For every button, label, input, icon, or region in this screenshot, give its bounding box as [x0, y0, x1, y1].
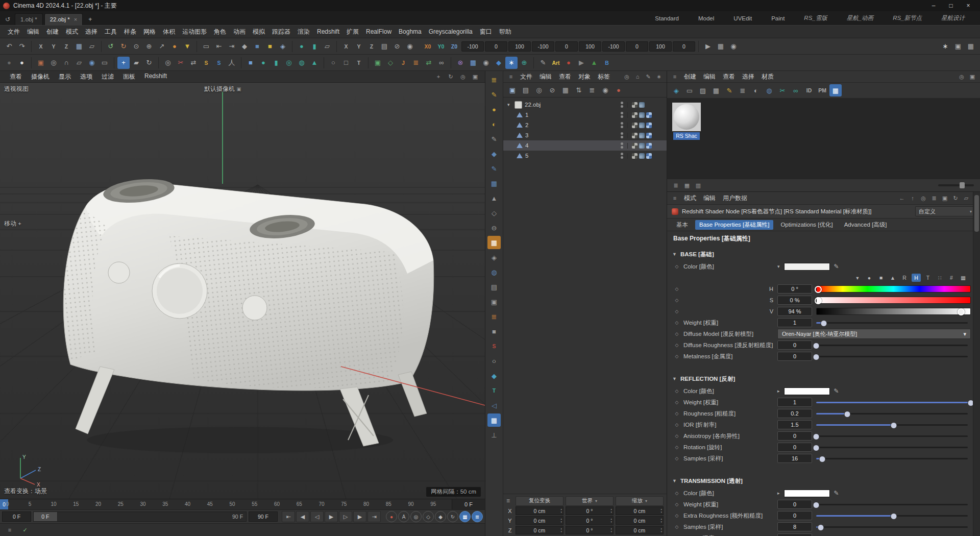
boghma-icon[interactable]: B	[601, 57, 613, 69]
attribute-tab-2[interactable]: Optimizations [优化]	[776, 220, 837, 230]
viewport-menu-2[interactable]: 显示	[54, 72, 76, 81]
slider-knob[interactable]	[813, 343, 820, 349]
panel-menu-icon[interactable]: ≡	[670, 74, 679, 80]
projection-icon[interactable]: ▱	[86, 40, 98, 53]
record-position-button[interactable]: ◇	[423, 511, 434, 522]
prev-frame-button[interactable]: ◁	[310, 511, 324, 522]
menubar-item-12[interactable]: 模拟	[249, 28, 268, 36]
spline-arc-blue-icon[interactable]: S	[213, 57, 225, 69]
gradient-knob[interactable]	[815, 286, 822, 293]
paint-brush-icon[interactable]: ✎	[487, 132, 501, 145]
rotate-ccw-icon[interactable]: ↺	[105, 40, 117, 53]
disc-primitive-icon[interactable]: ◍	[296, 57, 308, 69]
spinner-icon[interactable]: ▴▾	[610, 527, 612, 533]
mm-scissors-icon[interactable]: ✂	[776, 84, 789, 96]
goto-start-button[interactable]: ⇤	[282, 511, 295, 522]
animation-dot-icon[interactable]: ◇	[674, 491, 679, 496]
rotate-tool-icon[interactable]: ↻	[143, 57, 155, 69]
attribute-menu-0[interactable]: 模式	[680, 194, 700, 203]
viewport-canvas[interactable]: 透视视图 默认摄像机 ▣ 移动 + 查看变换：场景 网格间隔：50 cm Y Z	[0, 83, 485, 499]
render-visibility-dot[interactable]	[621, 136, 623, 138]
om-search-icon[interactable]: ◎	[533, 84, 545, 96]
object-manager-menu-4[interactable]: 标签	[594, 72, 614, 81]
color-wheel-button[interactable]: ●	[865, 274, 874, 282]
om-settings-icon[interactable]: ∗	[654, 74, 664, 80]
spinner-icon[interactable]: ▴▾	[560, 507, 562, 514]
layout-item-5[interactable]: 星航_动画	[847, 14, 873, 22]
new-tab-button[interactable]: +	[84, 14, 96, 25]
mm-id-icon[interactable]: ID	[803, 84, 815, 96]
snap-magnet-icon[interactable]: ◈	[277, 40, 289, 53]
phong-tag-icon[interactable]	[639, 153, 645, 159]
move-tool-icon[interactable]: +	[117, 57, 130, 69]
mm-node-icon[interactable]: ◈	[670, 84, 682, 96]
render-visibility-dot[interactable]	[621, 105, 623, 108]
animation-dot-icon[interactable]: ◇	[674, 286, 679, 291]
hammer-icon[interactable]: ⊥	[487, 428, 501, 442]
texture-tag-icon[interactable]	[632, 123, 638, 128]
color-gradient-button[interactable]: ▲	[888, 274, 897, 282]
slider-knob[interactable]	[844, 411, 850, 418]
field-icon[interactable]: ◆	[493, 57, 505, 69]
slider-knob[interactable]	[890, 422, 897, 429]
material-thumbnail[interactable]	[672, 103, 701, 131]
orbit-view-icon[interactable]: ↻	[446, 74, 455, 80]
hue-gradient-slider[interactable]	[816, 285, 971, 293]
select-arrow-icon[interactable]: ▲	[487, 191, 501, 205]
menubar-item-18[interactable]: Boghma	[395, 28, 425, 35]
plane-icon[interactable]: ▤	[487, 280, 501, 294]
material-manager-menu-3[interactable]: 选择	[739, 72, 758, 81]
pan-view-icon[interactable]: +	[434, 74, 443, 80]
tree-row[interactable]: 4	[503, 140, 667, 151]
pin-icon[interactable]: ◆	[238, 40, 251, 53]
object-manager-menu-1[interactable]: 编辑	[536, 72, 555, 81]
phong-tag-icon[interactable]	[639, 143, 645, 149]
viewport-menu-4[interactable]: 过滤	[97, 72, 118, 81]
color-mixer-button[interactable]: ∷	[935, 274, 944, 282]
spline-circle-icon[interactable]: ○	[327, 57, 339, 69]
uvw-tag-icon[interactable]	[646, 143, 652, 149]
mm-link-icon[interactable]: ∞	[790, 84, 802, 96]
animation-dot-icon[interactable]: ◇	[674, 320, 679, 325]
mm-search-icon[interactable]: ◎	[957, 74, 966, 80]
gradient-knob[interactable]	[815, 297, 822, 304]
record-parameter-button[interactable]: ▦	[459, 511, 471, 522]
anchor-icon[interactable]: ◆	[487, 147, 501, 160]
menubar-item-21[interactable]: 帮助	[496, 28, 515, 36]
scale-field[interactable]: 0 cm▴▾	[616, 516, 664, 525]
nav-up-icon[interactable]: ↑	[908, 195, 917, 202]
view-grid-button[interactable]: ▦	[682, 182, 692, 189]
menubar-item-9[interactable]: 运动图形	[179, 28, 210, 36]
menubar-item-11[interactable]: 动画	[230, 28, 249, 36]
torus-primitive-icon[interactable]: ◎	[283, 57, 295, 69]
spinner-icon[interactable]: ▴▾	[560, 517, 562, 523]
thumbnail-size-slider[interactable]	[938, 184, 974, 186]
lattice-icon[interactable]: ▦	[487, 177, 501, 190]
interactive-render-button[interactable]: ◉	[727, 40, 740, 53]
chevron-down-icon[interactable]: ▼	[672, 252, 677, 257]
material-manager-menu-1[interactable]: 编辑	[700, 72, 719, 81]
spline-pen-icon[interactable]: ✎	[487, 88, 501, 101]
value-field[interactable]: 0	[777, 340, 812, 350]
slider-knob[interactable]	[813, 502, 820, 508]
attributes-scrollbar[interactable]	[973, 192, 980, 536]
live-select-icon[interactable]: ◎	[162, 57, 174, 69]
eyedropper-icon[interactable]: ✎	[834, 263, 839, 270]
at-lock-icon[interactable]: ▣	[940, 195, 949, 202]
slider[interactable]	[816, 409, 971, 418]
coordinate-mode-dropdown[interactable]: 缩放 ▾	[616, 496, 664, 506]
spline-pen-orange-icon[interactable]: S	[200, 57, 212, 69]
panel-menu-icon[interactable]: ≡	[506, 74, 516, 80]
editor-visibility-dot[interactable]	[621, 132, 623, 135]
material-browser[interactable]: RS Shac	[667, 99, 980, 179]
slider-knob[interactable]	[821, 320, 827, 327]
spinner-icon[interactable]: ▴▾	[660, 527, 662, 533]
sat-gradient-slider[interactable]	[816, 297, 971, 304]
layout-item-1[interactable]: Model	[698, 15, 714, 21]
value-field[interactable]: 94 %	[777, 307, 812, 316]
tree-row[interactable]: 1	[503, 110, 667, 120]
at-search-icon[interactable]: ◎	[919, 195, 928, 202]
layout-item-7[interactable]: 星航设计	[941, 14, 965, 22]
next-key-button[interactable]: ▶	[353, 511, 366, 522]
texture-tag-icon[interactable]	[632, 112, 638, 118]
